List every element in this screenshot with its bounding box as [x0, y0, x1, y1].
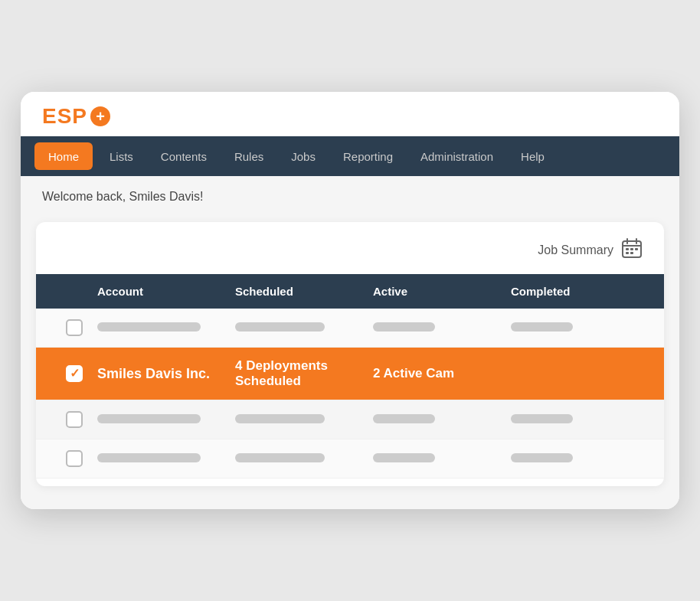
row-completed-skeleton [511, 452, 649, 465]
checkbox-unchecked[interactable] [66, 319, 83, 336]
row-checkbox-1[interactable] [51, 319, 97, 336]
nav-bar: Home Lists Contents Rules Jobs Reporting… [21, 136, 679, 176]
nav-home[interactable]: Home [34, 142, 93, 170]
welcome-bar: Welcome back, Smiles Davis! [21, 176, 679, 214]
row-checkbox-2[interactable]: ✓ [51, 365, 97, 382]
table-header-row: Account Scheduled Active Completed [36, 274, 664, 309]
row-active-skeleton [373, 413, 511, 426]
content-area: Job Summary [21, 214, 679, 509]
row-scheduled-skeleton [235, 452, 373, 465]
row-checkbox-3[interactable] [51, 411, 97, 428]
job-summary-table: Account Scheduled Active Completed [36, 274, 664, 479]
row-completed-skeleton [511, 413, 649, 426]
svg-rect-8 [630, 252, 633, 254]
calendar-icon [621, 237, 643, 263]
table-col-active: Active [373, 285, 511, 298]
row-completed-skeleton [511, 321, 649, 335]
row-checkbox-4[interactable] [51, 450, 97, 467]
row-active-skeleton [373, 321, 511, 335]
table-col-completed: Completed [511, 285, 649, 298]
row-scheduled-value: 4 Deployments Scheduled [235, 358, 373, 389]
row-scheduled-skeleton [235, 321, 373, 335]
checkbox-checked[interactable]: ✓ [66, 365, 83, 382]
overflow-fade [633, 348, 664, 400]
nav-lists[interactable]: Lists [96, 136, 147, 176]
welcome-message: Welcome back, Smiles Davis! [42, 190, 203, 203]
logo-plus-icon: + [90, 106, 110, 126]
table-row[interactable] [36, 439, 664, 479]
nav-jobs[interactable]: Jobs [277, 136, 329, 176]
row-account-skeleton [97, 413, 235, 426]
table-col-scheduled: Scheduled [235, 285, 373, 298]
logo-bar: ESP + [21, 92, 679, 136]
row-account-skeleton [97, 321, 235, 335]
svg-rect-5 [630, 248, 633, 250]
browser-window: ESP + Home Lists Contents Rules Jobs Rep… [21, 92, 679, 509]
checkmark-icon: ✓ [70, 367, 80, 380]
nav-reporting[interactable]: Reporting [329, 136, 407, 176]
job-summary-label: Job Summary [538, 243, 613, 257]
row-scheduled-skeleton [235, 413, 373, 426]
job-summary-card: Job Summary [36, 222, 664, 486]
nav-help[interactable]: Help [507, 136, 558, 176]
svg-rect-7 [626, 252, 629, 254]
nav-administration[interactable]: Administration [407, 136, 507, 176]
checkbox-unchecked[interactable] [66, 411, 83, 428]
table-row-selected[interactable]: ✓ Smiles Davis Inc. 4 Deployments Schedu… [36, 348, 664, 400]
row-account-name: Smiles Davis Inc. [97, 366, 235, 382]
row-active-skeleton [373, 452, 511, 465]
svg-rect-6 [635, 248, 638, 250]
nav-rules[interactable]: Rules [221, 136, 277, 176]
table-row[interactable] [36, 309, 664, 348]
row-account-skeleton [97, 452, 235, 465]
table-col-account: Account [97, 285, 235, 298]
nav-contents[interactable]: Contents [147, 136, 221, 176]
row-active-value: 2 Active Cam [373, 366, 511, 381]
logo-text: ESP [42, 104, 87, 129]
checkbox-unchecked[interactable] [66, 450, 83, 467]
job-summary-header: Job Summary [36, 237, 664, 274]
svg-rect-4 [626, 248, 629, 250]
table-row[interactable] [36, 400, 664, 439]
